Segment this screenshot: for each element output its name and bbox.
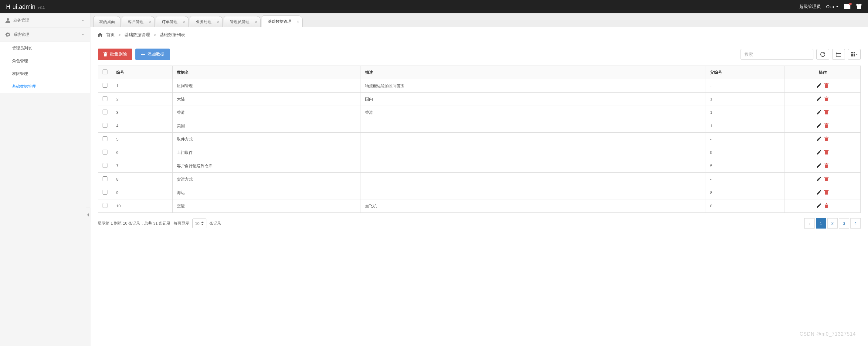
page-number[interactable]: 3 — [839, 218, 849, 228]
add-data-button[interactable]: 添加数据 — [135, 49, 170, 60]
cell-parent: 1 — [706, 93, 785, 106]
columns-button[interactable] — [848, 49, 861, 60]
sidebar-group-header[interactable]: 系统管理 — [0, 28, 90, 42]
cell-id: 4 — [112, 119, 173, 133]
edit-icon[interactable] — [817, 96, 821, 101]
home-icon — [98, 33, 102, 37]
cell-desc — [361, 146, 706, 159]
svg-rect-1 — [836, 52, 841, 57]
col-header-desc[interactable]: 描述 — [361, 66, 706, 79]
col-header-name[interactable]: 数据名 — [173, 66, 361, 79]
delete-icon[interactable] — [824, 177, 829, 181]
tab[interactable]: 我的桌面 — [93, 16, 121, 27]
tab-label: 管理员管理 — [230, 19, 249, 25]
edit-icon[interactable] — [817, 177, 821, 181]
trash-icon — [103, 52, 107, 57]
table-row: 4美国1 — [98, 119, 861, 133]
tab-close-icon[interactable]: × — [297, 19, 299, 24]
cell-desc — [361, 186, 706, 199]
sidebar-item[interactable]: 基础数据管理 — [0, 80, 90, 93]
row-checkbox[interactable] — [102, 163, 107, 168]
row-checkbox[interactable] — [102, 83, 107, 88]
col-header-id[interactable]: 编号 — [112, 66, 173, 79]
tab-close-icon[interactable]: × — [255, 20, 257, 24]
sidebar-collapse-handle[interactable] — [86, 208, 90, 222]
caret-up-down-icon — [201, 222, 204, 225]
breadcrumb-mid[interactable]: 基础数据管理 — [124, 32, 150, 38]
sidebar-item[interactable]: 管理员列表 — [0, 42, 90, 55]
delete-icon[interactable] — [824, 123, 829, 128]
per-page-select[interactable]: 10 — [192, 219, 206, 228]
col-header-parent[interactable]: 父编号 — [706, 66, 785, 79]
row-checkbox[interactable] — [102, 96, 107, 101]
edit-icon[interactable] — [817, 203, 821, 208]
table-row: 2大陆国内1 — [98, 93, 861, 106]
row-checkbox[interactable] — [102, 123, 107, 128]
edit-icon[interactable] — [817, 163, 821, 168]
batch-delete-button[interactable]: 批量删除 — [98, 49, 132, 60]
row-checkbox[interactable] — [102, 203, 107, 208]
tab[interactable]: 客户管理× — [122, 16, 155, 27]
delete-icon[interactable] — [824, 163, 829, 168]
page-prev[interactable]: ‹ — [804, 218, 814, 228]
page-number[interactable]: 1 — [816, 218, 826, 228]
page-number[interactable]: 4 — [850, 218, 861, 228]
row-checkbox[interactable] — [102, 190, 107, 194]
cell-desc — [361, 173, 706, 186]
per-page-label-before: 每页显示 — [174, 221, 189, 226]
sidebar-group-header[interactable]: 业务管理 — [0, 13, 90, 28]
delete-icon[interactable] — [824, 203, 829, 208]
table-row: 9海运8 — [98, 186, 861, 199]
edit-icon[interactable] — [817, 83, 821, 88]
check-all[interactable] — [102, 69, 107, 74]
edit-icon[interactable] — [817, 190, 821, 194]
tab-close-icon[interactable]: × — [217, 20, 219, 24]
sidebar-item[interactable]: 角色管理 — [0, 55, 90, 67]
edit-icon[interactable] — [817, 136, 821, 141]
sidebar-item[interactable]: 权限管理 — [0, 67, 90, 80]
row-checkbox[interactable] — [102, 136, 107, 141]
row-checkbox[interactable] — [102, 150, 107, 155]
search-input[interactable] — [741, 49, 813, 60]
tab[interactable]: 基础数据管理× — [262, 15, 303, 27]
table-row: 6上门取件5 — [98, 146, 861, 159]
cell-desc — [361, 119, 706, 133]
row-checkbox[interactable] — [102, 176, 107, 181]
delete-icon[interactable] — [824, 150, 829, 155]
cell-parent: - — [706, 173, 785, 186]
mail-button[interactable] — [844, 4, 850, 10]
refresh-button[interactable] — [816, 49, 829, 60]
tab-close-icon[interactable]: × — [183, 20, 185, 24]
breadcrumb-home[interactable]: 首页 — [106, 32, 115, 38]
svg-rect-4 — [852, 52, 854, 54]
cell-desc: 香港 — [361, 106, 706, 119]
page-number[interactable]: 2 — [827, 218, 838, 228]
edit-icon[interactable] — [817, 150, 821, 155]
cell-name: 货运方式 — [173, 173, 361, 186]
chevron-up-icon — [81, 33, 85, 36]
brand: H-ui.admin v3.1 — [6, 3, 44, 10]
theme-button[interactable] — [856, 4, 862, 10]
delete-icon[interactable] — [824, 190, 829, 194]
row-checkbox[interactable] — [102, 109, 107, 115]
tab-close-icon[interactable]: × — [149, 20, 151, 24]
cell-parent: 1 — [706, 106, 785, 119]
records-summary: 显示第 1 到第 10 条记录，总共 31 条记录 — [98, 221, 170, 226]
edit-icon[interactable] — [817, 110, 821, 115]
tab[interactable]: 业务处理× — [190, 16, 223, 27]
cell-desc — [361, 159, 706, 173]
breadcrumb-sep: > — [154, 32, 156, 37]
tab[interactable]: 订单管理× — [156, 16, 189, 27]
delete-icon[interactable] — [824, 83, 829, 88]
delete-icon[interactable] — [824, 96, 829, 101]
user-name-dropdown[interactable]: Oza — [826, 4, 839, 9]
breadcrumb: 首页 > 基础数据管理 > 基础数据列表 — [90, 27, 868, 42]
plus-icon — [141, 52, 145, 57]
edit-icon[interactable] — [817, 123, 821, 128]
delete-icon[interactable] — [824, 136, 829, 141]
cell-id: 7 — [112, 159, 173, 173]
toggle-view-button[interactable] — [832, 49, 845, 60]
tab[interactable]: 管理员管理× — [224, 16, 261, 27]
cell-parent: - — [706, 133, 785, 146]
delete-icon[interactable] — [824, 110, 829, 115]
